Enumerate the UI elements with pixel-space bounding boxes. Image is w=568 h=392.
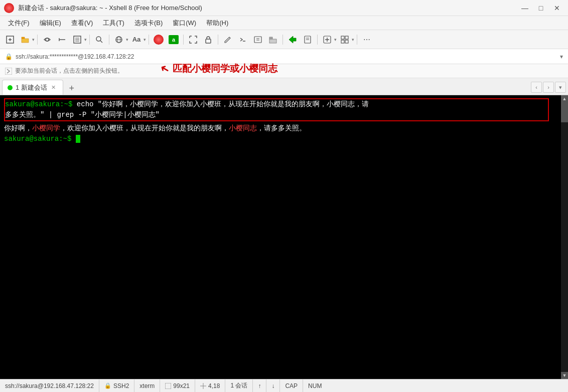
layout-button[interactable] [338, 33, 352, 47]
xshell-red-button[interactable] [152, 33, 166, 47]
scroll-up-icon[interactable]: ↑ [258, 382, 261, 389]
status-protocol: 🔒 SSH2 [99, 379, 134, 392]
scrollbar-down-button[interactable]: ▼ [561, 372, 568, 379]
new-session-button[interactable] [3, 33, 17, 47]
tab-next-button[interactable]: › [543, 82, 554, 93]
output-prefix: 你好啊， [4, 124, 32, 132]
menu-help[interactable]: 帮助(H) [202, 18, 232, 29]
xshell-icon [4, 3, 14, 13]
add-session-button[interactable] [320, 33, 334, 47]
scrollbar-thumb[interactable] [561, 102, 568, 122]
position-icon [200, 383, 206, 389]
send-all-button[interactable] [286, 33, 300, 47]
font-dropdown[interactable]: Aa ▾ [129, 33, 146, 47]
info-bar: 要添加当前会话，点击左侧的箭头按钮。 [0, 64, 568, 78]
scrollbar-track [561, 102, 568, 372]
session-arrow[interactable]: ▾ [84, 37, 87, 42]
status-connection: ssh://sakura@192.168.47.128:22 [0, 379, 99, 392]
svg-rect-32 [341, 40, 344, 43]
next-prompt-line: sakura@sakura:~$ [4, 134, 557, 144]
open-button[interactable] [18, 33, 32, 47]
transfer-button[interactable] [251, 33, 265, 47]
svg-line-12 [100, 41, 102, 43]
menu-window[interactable]: 窗口(W) [169, 18, 200, 29]
status-terminal-text: xterm [139, 382, 155, 389]
add-session-arrow[interactable]: ▾ [334, 37, 337, 42]
maximize-button[interactable]: □ [534, 3, 548, 14]
title-bar-left: 新建会话 - sakura@sakura: ~ - Xshell 8 (Free… [4, 3, 202, 13]
tab-bar: 1 新建会话 ✕ + ➜ 匹配小樱同学或小樱同志 ‹ › ▾ [0, 78, 568, 95]
lock-button[interactable] [201, 33, 215, 47]
tab-prev-button[interactable]: ‹ [531, 82, 542, 93]
extra-dropdown[interactable]: ▾ [320, 33, 337, 47]
scroll-down-icon[interactable]: ↓ [271, 382, 274, 389]
menu-tabs[interactable]: 选项卡(B) [130, 18, 167, 29]
sftp-button[interactable] [266, 33, 280, 47]
svg-rect-35 [165, 383, 171, 389]
prompt-1: sakura@sakura:~$ [5, 100, 77, 108]
compose-button[interactable] [221, 33, 235, 47]
script-button[interactable] [236, 33, 250, 47]
sep-3 [109, 35, 109, 45]
font-button[interactable]: Aa [129, 33, 144, 47]
terminal[interactable]: sakura@sakura:~$ echo "你好啊，小樱同学，欢迎你加入小樱班… [0, 95, 561, 379]
sep-4 [149, 35, 149, 45]
sep-7 [282, 35, 283, 45]
minimize-button[interactable]: — [518, 3, 532, 14]
open-arrow[interactable]: ▾ [32, 37, 35, 42]
annotation-text: 匹配小樱同学或小樱同志 [173, 62, 277, 75]
status-num: NUM [303, 379, 327, 392]
svg-rect-21 [269, 37, 272, 39]
disconnect-button[interactable] [55, 33, 69, 47]
menu-file[interactable]: 文件(F) [4, 18, 34, 29]
session-dropdown[interactable]: ▾ [70, 33, 87, 47]
svg-rect-3 [22, 37, 25, 39]
globe-button[interactable] [112, 33, 126, 47]
new-dropdown[interactable]: ▾ [18, 33, 35, 47]
svg-rect-31 [345, 36, 348, 39]
output-highlight-2: 小樱同志 [229, 124, 257, 132]
fullscreen-button[interactable] [186, 33, 200, 47]
title-bar: 新建会话 - sakura@sakura: ~ - Xshell 8 (Free… [0, 0, 568, 16]
tab-session-1[interactable]: 1 新建会话 ✕ [2, 80, 63, 95]
svg-point-4 [46, 38, 49, 41]
tab-close-button[interactable]: ✕ [50, 84, 57, 91]
tab-add-button[interactable]: + [65, 82, 78, 95]
status-position: 4,18 [195, 379, 225, 392]
status-position-text: 4,18 [208, 382, 220, 389]
globe-arrow[interactable]: ▾ [126, 37, 128, 42]
layout-dropdown[interactable]: ▾ [338, 33, 354, 47]
close-button[interactable]: ✕ [550, 3, 564, 14]
address-bar: 🔒 ssh://sakura:************@192.168.47.1… [0, 49, 568, 64]
status-size: 99x21 [160, 379, 195, 392]
status-sessions-text: 1 会话 [230, 381, 247, 390]
output-line: 你好啊，小樱同学，欢迎你加入小樱班，从现在开始你就是我的朋友啊，小樱同志，请多多… [4, 123, 557, 134]
more-button[interactable]: ⋯ [360, 33, 374, 47]
connect-button[interactable] [40, 33, 54, 47]
globe-dropdown[interactable]: ▾ [112, 33, 128, 47]
num-indicator: NUM [308, 382, 322, 389]
search-button[interactable] [92, 33, 106, 47]
info-text: 要添加当前会话，点击左侧的箭头按钮。 [15, 67, 123, 75]
address-dropdown-arrow[interactable]: ▾ [560, 53, 563, 60]
menu-view[interactable]: 查看(V) [67, 18, 97, 29]
size-icon [165, 383, 171, 389]
status-cap: CAP [280, 379, 303, 392]
session-button[interactable] [70, 33, 84, 47]
scrollbar-up-button[interactable]: ▲ [561, 95, 568, 102]
xshell-green-button[interactable]: a [167, 33, 181, 47]
svg-marker-23 [289, 36, 296, 43]
menu-tools[interactable]: 工具(T) [99, 18, 128, 29]
status-protocol-text: SSH2 [113, 382, 129, 389]
svg-rect-34 [5, 68, 12, 75]
receive-button[interactable] [301, 33, 315, 47]
status-scroll-up[interactable]: ↑ [253, 379, 266, 392]
status-scroll-down[interactable]: ↓ [266, 379, 280, 392]
menu-edit[interactable]: 编辑(E) [36, 18, 65, 29]
status-terminal: xterm [134, 379, 160, 392]
tab-list-button[interactable]: ▾ [555, 82, 566, 93]
layout-arrow[interactable]: ▾ [352, 37, 354, 42]
prompt-2: sakura@sakura:~$ [4, 135, 76, 143]
font-arrow[interactable]: ▾ [144, 37, 146, 42]
status-connection-text: ssh://sakura@192.168.47.128:22 [5, 382, 94, 389]
